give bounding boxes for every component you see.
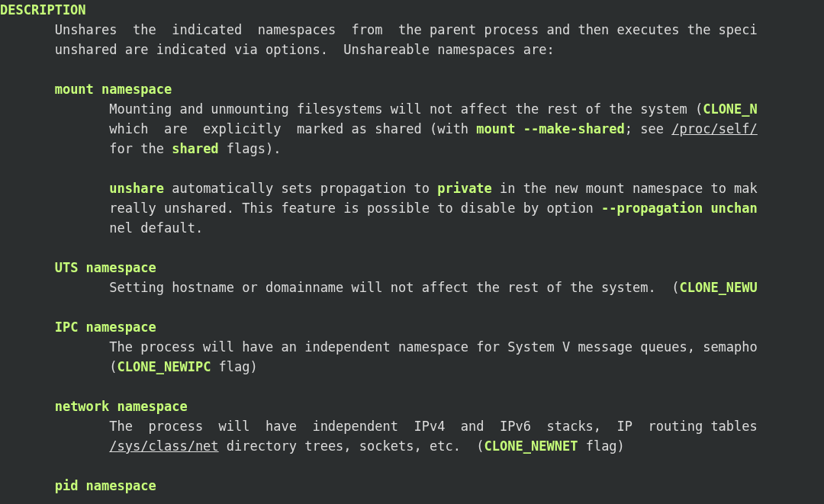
network-line-2: /sys/class/net directory trees, sockets,… [0, 436, 824, 456]
pid-namespace-title: pid namespace [0, 476, 824, 496]
ipc-namespace-title: IPC namespace [0, 317, 824, 337]
manpage-content: DESCRIPTION Unshares the indicated names… [0, 0, 824, 496]
network-line-1: The process will have independent IPv4 a… [0, 416, 824, 436]
mount-para2-line-3: nel default. [0, 218, 824, 238]
description-line-1: Unshares the indicated namespaces from t… [0, 20, 824, 40]
ipc-line-1: The process will have an independent nam… [0, 337, 824, 357]
description-header: DESCRIPTION [0, 2, 86, 18]
mount-para2-line-1: unshare automatically sets propagation t… [0, 178, 824, 198]
uts-namespace-title: UTS namespace [0, 258, 824, 278]
mount-para2-line-2: really unshared. This feature is possibl… [0, 198, 824, 218]
mount-line-2: which are explicitly marked as shared (w… [0, 119, 824, 139]
mount-line-1: Mounting and unmounting filesystems will… [0, 99, 824, 119]
mount-line-3: for the shared flags). [0, 139, 824, 159]
ipc-line-2: (CLONE_NEWIPC flag) [0, 357, 824, 377]
description-line-2: unshared are indicated via options. Unsh… [0, 40, 824, 59]
network-namespace-title: network namespace [0, 396, 824, 416]
mount-namespace-title: mount namespace [0, 79, 824, 99]
uts-line-1: Setting hostname or domainname will not … [0, 278, 824, 297]
